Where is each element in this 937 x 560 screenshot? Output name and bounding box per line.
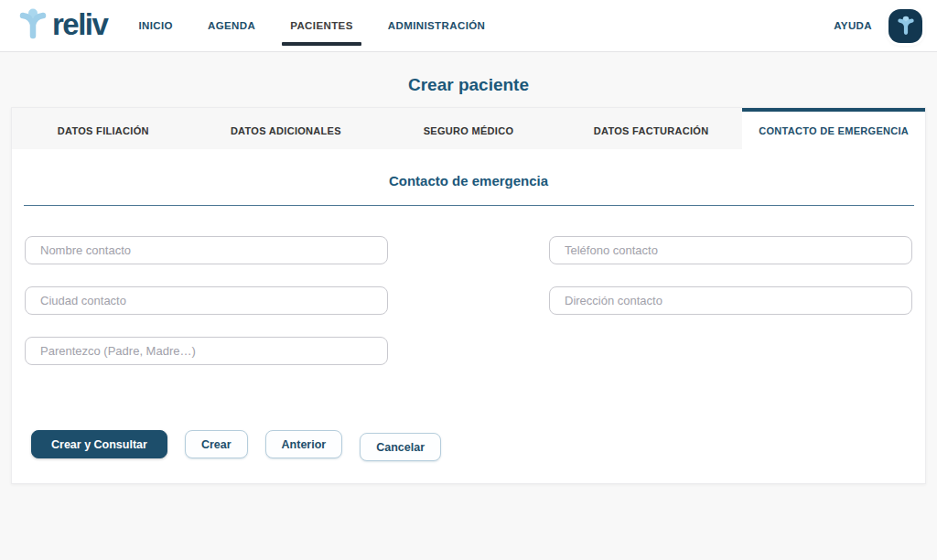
section-divider xyxy=(24,205,914,206)
contact-name-input[interactable] xyxy=(25,236,388,264)
person-raised-arms-icon xyxy=(15,5,51,46)
contact-city-input[interactable] xyxy=(25,286,388,315)
create-patient-card: DATOS FILIACIÓN DATOS ADICIONALES SEGURO… xyxy=(11,107,926,484)
tab-datos-facturacion[interactable]: DATOS FACTURACIÓN xyxy=(560,108,743,149)
form-actions: Crear y Consultar Crear Anterior Cancela… xyxy=(12,430,925,461)
patient-form-tabs: DATOS FILIACIÓN DATOS ADICIONALES SEGURO… xyxy=(12,108,925,149)
person-raised-arms-icon xyxy=(895,15,917,37)
user-avatar-button[interactable] xyxy=(889,9,922,43)
nav-item-inicio[interactable]: INICIO xyxy=(138,0,173,52)
page-title: Crear paciente xyxy=(0,52,937,95)
navbar-right: AYUDA xyxy=(834,9,922,43)
help-link[interactable]: AYUDA xyxy=(834,20,872,31)
contact-phone-input[interactable] xyxy=(549,236,912,264)
tab-datos-adicionales[interactable]: DATOS ADICIONALES xyxy=(195,108,378,149)
main-nav: INICIO AGENDA PACIENTES ADMINISTRACIÓN xyxy=(138,0,485,52)
create-button[interactable]: Crear xyxy=(185,430,248,458)
nav-item-pacientes[interactable]: PACIENTES xyxy=(290,0,353,52)
tab-contacto-de-emergencia[interactable]: CONTACTO DE EMERGENCIA xyxy=(742,108,925,149)
top-navbar: reliv INICIO AGENDA PACIENTES ADMINISTRA… xyxy=(0,0,937,52)
create-and-consult-button[interactable]: Crear y Consultar xyxy=(31,430,167,458)
contact-address-input[interactable] xyxy=(549,286,912,315)
form-column-right xyxy=(549,236,912,365)
tab-datos-filiacion[interactable]: DATOS FILIACIÓN xyxy=(12,108,195,149)
emergency-contact-form xyxy=(12,236,925,365)
brand-name: reliv xyxy=(52,9,107,43)
form-column-left xyxy=(25,236,388,365)
tab-seguro-medico[interactable]: SEGURO MÉDICO xyxy=(377,108,560,149)
previous-button[interactable]: Anterior xyxy=(265,430,343,458)
cancel-button[interactable]: Cancelar xyxy=(360,433,441,461)
nav-item-agenda[interactable]: AGENDA xyxy=(208,0,255,52)
section-heading: Contacto de emergencia xyxy=(12,173,925,188)
nav-item-administracion[interactable]: ADMINISTRACIÓN xyxy=(388,0,486,52)
brand-logo[interactable]: reliv xyxy=(15,5,107,46)
contact-relationship-input[interactable] xyxy=(25,337,388,365)
